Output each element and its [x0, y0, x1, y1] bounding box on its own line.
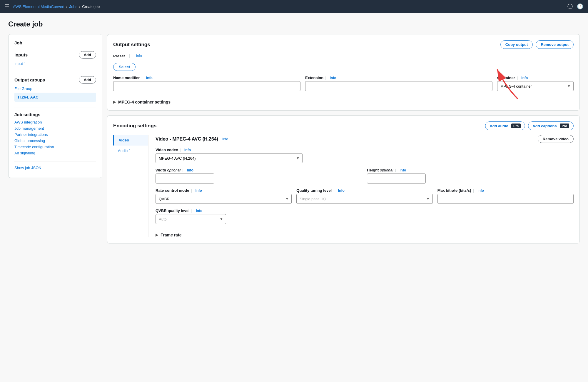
extension-info-link[interactable]: Info: [330, 76, 336, 80]
video-title: Video - MPEG-4 AVC (H.264): [156, 136, 218, 142]
mpeg4-settings-label: MPEG-4 container settings: [118, 100, 171, 104]
input1-link[interactable]: Input 1: [14, 61, 96, 66]
qvbr-quality-select-wrap: Auto 123 456 789 10 ▼: [156, 214, 226, 224]
extension-group: Extension | Info: [305, 76, 492, 91]
inputs-section: Inputs Add Input 1: [14, 51, 96, 66]
dimensions-row: Width optional | Info Height optional |: [156, 168, 574, 184]
show-job-json-link[interactable]: Show job JSON: [14, 166, 96, 170]
quality-tuning-group: Quality tuning level | Info Single pass …: [296, 188, 432, 204]
top-nav: ☰ AWS Elemental MediaConvert › Jobs › Cr…: [0, 0, 588, 13]
h264-aac-item[interactable]: H.264, AAC: [14, 93, 96, 102]
mpeg4-settings-section: ▶ MPEG-4 container settings: [113, 96, 574, 104]
copy-output-button[interactable]: Copy output: [500, 40, 533, 49]
breadcrumb-jobs[interactable]: Jobs: [69, 4, 77, 9]
add-input-button[interactable]: Add: [79, 51, 96, 59]
qvbr-quality-group: QVBR quality level | Info Auto 123 456 7…: [156, 208, 226, 224]
rate-control-info-link[interactable]: Info: [196, 189, 202, 193]
video-codec-select[interactable]: MPEG-4 AVC (H.264) H.265 (HEVC) MPEG-2 V…: [156, 153, 303, 163]
encoding-settings-actions: Add audio Pro Add captions Pro: [485, 121, 574, 130]
timecode-configuration-link[interactable]: Timecode configuration: [14, 145, 96, 149]
mpeg4-settings-header[interactable]: ▶ MPEG-4 container settings: [113, 100, 574, 104]
encoding-settings-card: Encoding settings Add audio Pro Add capt…: [107, 115, 580, 243]
add-audio-button[interactable]: Add audio Pro: [485, 121, 525, 130]
output-settings-actions: Copy output Remove output: [500, 40, 574, 49]
inputs-title: Inputs: [14, 52, 28, 57]
quality-tuning-select[interactable]: Single pass HQ Single pass Multi pass HQ: [296, 194, 432, 204]
video-codec-info-link[interactable]: Info: [184, 148, 191, 152]
page-title: Create job: [8, 20, 580, 28]
video-content-header: Video - MPEG-4 AVC (H.264) Info Remove v…: [156, 135, 574, 143]
preset-select-button[interactable]: Select: [113, 63, 136, 71]
quality-tuning-info-link[interactable]: Info: [338, 189, 345, 193]
hamburger-icon[interactable]: ☰: [5, 3, 9, 10]
rate-control-group: Rate control mode | Info QVBR CBR VBR: [156, 188, 292, 204]
bitrate-row: Rate control mode | Info QVBR CBR VBR: [156, 188, 574, 204]
tab-audio1[interactable]: Audio 1: [113, 146, 148, 156]
preset-info-link[interactable]: Info: [136, 54, 142, 58]
tab-video[interactable]: Video: [113, 135, 148, 146]
info-nav-icon[interactable]: ⓘ: [567, 3, 573, 10]
container-select[interactable]: MPEG-4 container Raw (no container) MXF …: [497, 81, 574, 91]
video-info-link[interactable]: Info: [222, 137, 228, 141]
aws-integration-link[interactable]: AWS integration: [14, 120, 96, 124]
divider-2: [14, 108, 96, 108]
container-select-wrap: MPEG-4 container Raw (no container) MXF …: [497, 81, 574, 91]
clock-icon[interactable]: 🕐: [577, 3, 583, 10]
width-label: Width optional | Info: [156, 168, 362, 172]
nav-right: ⓘ 🕐: [567, 3, 583, 10]
max-bitrate-info-link[interactable]: Info: [477, 189, 484, 193]
width-info-link[interactable]: Info: [187, 168, 193, 172]
container-label: Container | Info: [497, 76, 574, 80]
height-input[interactable]: [367, 174, 426, 184]
remove-video-button[interactable]: Remove video: [538, 135, 574, 143]
add-output-group-button[interactable]: Add: [79, 76, 96, 84]
job-management-link[interactable]: Job management: [14, 126, 96, 131]
breadcrumb-mediaconvert[interactable]: AWS Elemental MediaConvert: [13, 4, 64, 9]
height-group: Height optional | Info: [367, 168, 574, 184]
height-info-link[interactable]: Info: [400, 168, 406, 172]
ad-signaling-link[interactable]: Ad signaling: [14, 151, 96, 155]
partner-integrations-link[interactable]: Partner integrations: [14, 132, 96, 137]
add-captions-button[interactable]: Add captions Pro: [528, 121, 574, 130]
max-bitrate-input[interactable]: [437, 194, 574, 204]
right-panel: Output settings Copy output Remove outpu…: [107, 34, 580, 243]
breadcrumb-sep2: ›: [79, 4, 80, 9]
qvbr-quality-select[interactable]: Auto 123 456 789 10: [156, 214, 226, 224]
output-groups-section: Output groups Add File Group H.264, AAC: [14, 76, 96, 102]
rate-control-select[interactable]: QVBR CBR VBR: [156, 194, 292, 204]
extension-label: Extension | Info: [305, 76, 492, 80]
qvbr-quality-info-link[interactable]: Info: [196, 209, 202, 213]
frame-rate-arrow-icon: ▶: [156, 233, 158, 237]
encoding-content: Video - MPEG-4 AVC (H.264) Info Remove v…: [148, 135, 574, 237]
frame-rate-section: ▶ Frame rate: [156, 229, 574, 237]
left-panel: Job Inputs Add Input 1 Output groups Add…: [8, 34, 102, 178]
job-settings-section: Job settings AWS integration Job managem…: [14, 112, 96, 155]
container-group: Container | Info MPEG-4 container Raw (n…: [497, 76, 574, 91]
width-group: Width optional | Info: [156, 168, 362, 184]
remove-output-button[interactable]: Remove output: [536, 40, 574, 49]
frame-rate-header[interactable]: ▶ Frame rate: [156, 233, 574, 237]
width-input[interactable]: [156, 174, 214, 184]
max-bitrate-label: Max bitrate (bits/s) | Info: [437, 188, 574, 193]
name-modifier-group: Name modifier | Info: [113, 76, 300, 91]
global-processing-link[interactable]: Global processing: [14, 139, 96, 143]
frame-rate-label: Frame rate: [161, 233, 182, 237]
name-modifier-input[interactable]: [113, 81, 300, 91]
job-settings-title: Job settings: [14, 112, 40, 117]
qvbr-quality-label: QVBR quality level | Info: [156, 208, 226, 213]
rate-control-select-wrap: QVBR CBR VBR ▼: [156, 194, 292, 204]
preset-label: Preset: [113, 54, 125, 58]
file-group-link[interactable]: File Group: [14, 86, 96, 91]
name-modifier-info-link[interactable]: Info: [146, 76, 153, 80]
encoding-settings-header: Encoding settings Add audio Pro Add capt…: [113, 121, 574, 130]
inputs-header: Inputs Add: [14, 51, 96, 59]
add-captions-pro-badge: Pro: [560, 124, 569, 128]
divider-3: [14, 161, 96, 161]
quality-tuning-label: Quality tuning level | Info: [296, 188, 432, 193]
extension-input[interactable]: [305, 81, 492, 91]
encoding-tabs: Video Audio 1: [113, 135, 148, 237]
video-codec-group: Video codec | Info MPEG-4 AVC (H.264) H.…: [156, 148, 574, 163]
job-settings-header: Job settings: [14, 112, 96, 117]
container-info-link[interactable]: Info: [521, 76, 528, 80]
max-bitrate-group: Max bitrate (bits/s) | Info: [437, 188, 574, 204]
